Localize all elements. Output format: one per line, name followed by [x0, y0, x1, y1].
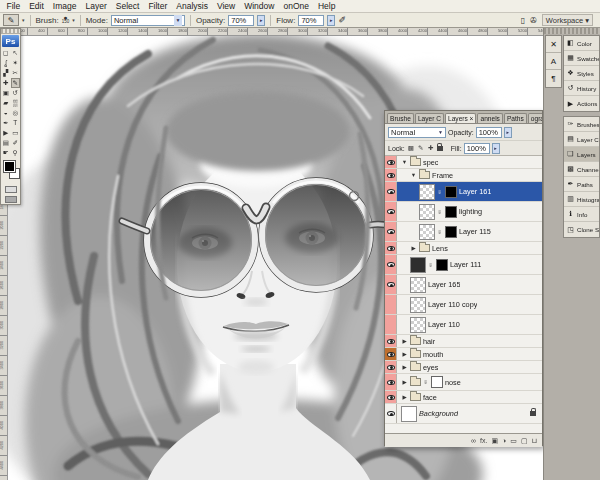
- visibility-toggle[interactable]: [385, 361, 397, 373]
- layer-row[interactable]: ∞Layer 161: [385, 182, 542, 202]
- tab-layer-c[interactable]: Layer C: [415, 113, 444, 123]
- visibility-toggle[interactable]: [385, 348, 397, 360]
- layer-mask-thumbnail[interactable]: [436, 259, 448, 271]
- eyedropper-tool-icon[interactable]: ✐: [11, 138, 21, 148]
- dock-button-history[interactable]: ↺History: [564, 81, 599, 96]
- dock-button-color[interactable]: ◧Color: [564, 36, 599, 51]
- layer-name[interactable]: lighting: [459, 207, 482, 216]
- layer-name[interactable]: Frame: [432, 171, 453, 180]
- layer-row[interactable]: ▼Frame: [385, 169, 542, 182]
- visibility-toggle[interactable]: [385, 242, 397, 254]
- add-layer-mask-icon[interactable]: ▣: [491, 437, 498, 444]
- layer-row[interactable]: ▶hair: [385, 335, 542, 348]
- layer-thumbnail[interactable]: [410, 297, 426, 313]
- rectangular-marquee-tool-icon[interactable]: ◻: [1, 48, 11, 58]
- notes-tool-icon[interactable]: ▤: [1, 138, 11, 148]
- bridge-icon[interactable]: ✇: [530, 16, 537, 25]
- history-brush-tool-icon[interactable]: ↺: [11, 88, 21, 98]
- layer-thumbnail[interactable]: [410, 317, 426, 333]
- dock-button-clone-s-[interactable]: ◳Clone S...: [564, 222, 599, 237]
- layer-name[interactable]: Background: [419, 409, 458, 418]
- layer-row[interactable]: ∞Layer 111: [385, 255, 542, 275]
- brush-preview[interactable]: ●150: [62, 16, 70, 24]
- dock-button-channels[interactable]: ▩Channels: [564, 162, 599, 177]
- layer-row[interactable]: ▶∞nose: [385, 374, 542, 391]
- layer-name[interactable]: Layer 110: [428, 320, 460, 329]
- visibility-toggle[interactable]: [385, 404, 397, 423]
- document-icon[interactable]: ▯: [521, 16, 525, 25]
- layer-name[interactable]: Layer 165: [428, 280, 460, 289]
- palette-grip[interactable]: [1, 29, 20, 34]
- dock-button-swatches[interactable]: ▦Swatches: [564, 51, 599, 66]
- horizontal-ruler[interactable]: 2004006008001000120014001600180020002200…: [8, 28, 600, 36]
- dock-button-layer-c-[interactable]: ▤Layer C...: [564, 132, 599, 147]
- layer-row[interactable]: Layer 165: [385, 275, 542, 295]
- layer-thumbnail[interactable]: [401, 406, 417, 422]
- type-tool-icon[interactable]: T: [11, 118, 21, 128]
- visibility-toggle[interactable]: [385, 335, 397, 347]
- magic-wand-tool-icon[interactable]: ✶: [11, 58, 21, 68]
- layer-thumbnail[interactable]: [410, 257, 426, 273]
- layer-row[interactable]: ∞Layer 115: [385, 222, 542, 242]
- layer-row[interactable]: ▶face: [385, 391, 542, 404]
- lock-paint-icon[interactable]: ✎: [417, 144, 425, 152]
- adjustment-layer-icon[interactable]: ◑: [502, 437, 506, 444]
- opacity-input[interactable]: 70%: [228, 15, 254, 26]
- layer-name[interactable]: spec: [423, 158, 438, 167]
- paragraph-panel-icon[interactable]: ¶: [546, 70, 561, 87]
- layer-mask-thumbnail[interactable]: [445, 186, 457, 198]
- layer-row[interactable]: ▼spec: [385, 156, 542, 169]
- layer-row[interactable]: Background: [385, 404, 542, 424]
- twisty-icon[interactable]: ▶: [401, 364, 408, 370]
- layer-mask-thumbnail[interactable]: [431, 376, 443, 388]
- layer-name[interactable]: face: [423, 393, 437, 402]
- dock-button-info[interactable]: ℹInfo: [564, 207, 599, 222]
- twisty-icon[interactable]: ▶: [401, 379, 408, 385]
- blend-mode-select-panel[interactable]: Normal ▼: [388, 127, 446, 138]
- shape-tool-icon[interactable]: ▭: [11, 128, 21, 138]
- layer-row[interactable]: Layer 110 copy: [385, 295, 542, 315]
- link-layers-icon[interactable]: ∞: [471, 437, 476, 444]
- layer-fill-input[interactable]: 100%: [464, 143, 490, 154]
- menu-select[interactable]: Select: [111, 1, 144, 11]
- zoom-tool-icon[interactable]: ⚲: [11, 148, 21, 158]
- tool-preset-arrow-icon[interactable]: ▾: [22, 17, 25, 23]
- visibility-toggle[interactable]: [385, 156, 397, 168]
- delete-layer-icon[interactable]: ⊔: [532, 437, 537, 444]
- menu-analysis[interactable]: Analysis: [172, 1, 213, 11]
- menu-view[interactable]: View: [212, 1, 239, 11]
- layer-thumbnail[interactable]: [410, 277, 426, 293]
- path-selection-tool-icon[interactable]: ▶: [1, 128, 11, 138]
- dock-button-histogram[interactable]: ▥Histogram: [564, 192, 599, 207]
- move-tool-icon[interactable]: ↖: [11, 48, 21, 58]
- tools-panel-icon[interactable]: ✕: [546, 36, 561, 53]
- dock-button-brushes[interactable]: ✑Brushes: [564, 117, 599, 132]
- menu-help[interactable]: Help: [313, 1, 339, 11]
- blur-tool-icon[interactable]: ◒: [1, 108, 11, 118]
- layer-style-icon[interactable]: fx.: [480, 437, 487, 444]
- menu-filter[interactable]: Filter: [144, 1, 172, 11]
- slice-tool-icon[interactable]: ✂: [11, 68, 21, 78]
- flow-input[interactable]: 70%: [298, 15, 324, 26]
- tab-annels[interactable]: annels: [477, 113, 502, 123]
- layer-opacity-input[interactable]: 100%: [476, 127, 502, 138]
- lock-all-icon[interactable]: [437, 146, 443, 151]
- lock-position-icon[interactable]: ✚: [427, 144, 435, 152]
- layer-row[interactable]: ▶eyes: [385, 361, 542, 374]
- layer-mask-thumbnail[interactable]: [445, 206, 457, 218]
- visibility-toggle[interactable]: [385, 255, 397, 274]
- dock-button-layers[interactable]: ❏Layers: [564, 147, 599, 162]
- visibility-toggle[interactable]: [385, 169, 397, 181]
- fill-arrow-icon[interactable]: ▸: [492, 143, 500, 154]
- twisty-icon[interactable]: ▶: [401, 394, 408, 400]
- tab-brushe[interactable]: Brushe: [387, 113, 414, 123]
- visibility-toggle[interactable]: [385, 182, 397, 201]
- opacity-arrow-icon[interactable]: ▸: [504, 127, 512, 138]
- layer-mask-thumbnail[interactable]: [445, 226, 457, 238]
- tab-paths[interactable]: Paths: [504, 113, 527, 123]
- layer-row[interactable]: ▶mouth: [385, 348, 542, 361]
- visibility-toggle[interactable]: [385, 202, 397, 221]
- gradient-tool-icon[interactable]: ▒: [11, 98, 21, 108]
- character-panel-icon[interactable]: A: [546, 53, 561, 70]
- menu-layer[interactable]: Layer: [81, 1, 111, 11]
